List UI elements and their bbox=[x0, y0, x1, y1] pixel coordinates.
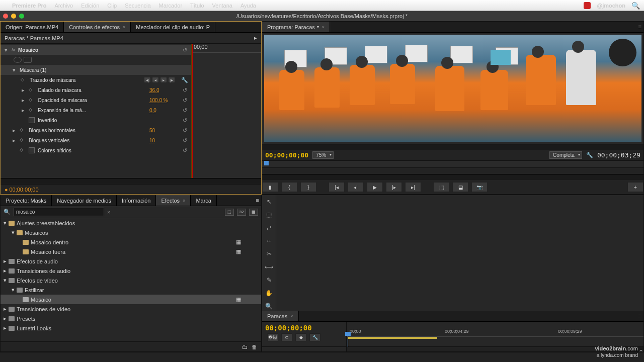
effects-tree[interactable]: ▾Ajustes preestablecidos ▾Mosaicos Mosai… bbox=[1, 218, 261, 341]
mark-out-button[interactable]: { bbox=[281, 182, 297, 192]
menu-marcador[interactable]: Marcador bbox=[159, 3, 182, 9]
tab-markers[interactable]: Marca bbox=[191, 195, 217, 206]
mark-in-button[interactable]: ▮ bbox=[262, 182, 278, 192]
fx-32bit-icon[interactable]: 32 bbox=[237, 209, 246, 216]
preset-mosaico-fuera[interactable]: Mosaico fuera▦ bbox=[1, 247, 261, 256]
step-back-button[interactable]: ◂| bbox=[348, 182, 364, 192]
export-frame-button[interactable]: 📷 bbox=[471, 182, 488, 192]
ellipse-mask-icon[interactable] bbox=[14, 57, 22, 63]
effect-mosaico[interactable]: ▾fx Mosaico ↺ bbox=[1, 45, 191, 55]
tab-program[interactable]: Programa: Paracas ▾× bbox=[262, 22, 330, 32]
wrench-icon[interactable]: 🔧 bbox=[586, 152, 593, 158]
spotlight-icon[interactable]: 🔍 bbox=[631, 2, 640, 10]
timeline-timecode[interactable]: 00;00;00;00 bbox=[265, 324, 343, 332]
extract-button[interactable]: ⬓ bbox=[452, 182, 468, 192]
tab-effects[interactable]: Efectos× bbox=[156, 195, 191, 206]
reset-icon[interactable]: ↺ bbox=[183, 87, 187, 94]
project-path: /Usuarios/newfeatures/Escritorio/Archivo… bbox=[236, 13, 408, 19]
wrench-icon[interactable]: 🔧 bbox=[181, 77, 188, 83]
ripple-tool-icon[interactable]: ⇄ bbox=[265, 223, 274, 232]
new-bin-icon[interactable]: 🗀 bbox=[242, 344, 248, 350]
fx-yuv-icon[interactable]: ▦ bbox=[249, 209, 258, 216]
link-icon[interactable]: ⊂ bbox=[281, 333, 292, 341]
traffic-lights[interactable] bbox=[3, 14, 24, 19]
add-button[interactable]: + bbox=[627, 182, 643, 192]
step-fwd-button[interactable]: |▸ bbox=[386, 182, 402, 192]
close-icon[interactable]: × bbox=[322, 25, 325, 30]
effect-keyframe-area[interactable]: 00;00 bbox=[192, 44, 261, 178]
param-sharp-colors[interactable]: ◇Colores nítidos ↺ bbox=[1, 145, 191, 155]
zoom-tool-icon[interactable]: 🔍 bbox=[265, 302, 274, 311]
menu-ayuda[interactable]: Ayuda bbox=[240, 3, 256, 9]
tab-effect-controls[interactable]: Controles de efectos× bbox=[64, 22, 131, 32]
scrollbar[interactable] bbox=[1, 178, 261, 184]
panel-menu-icon[interactable]: ≡ bbox=[638, 24, 641, 30]
keyframe-nav[interactable]: ◂|◂▸|▸ bbox=[144, 77, 175, 83]
razor-tool-icon[interactable]: ✂ bbox=[265, 249, 274, 258]
app-name[interactable]: Premiere Pro bbox=[12, 3, 46, 9]
close-icon[interactable]: × bbox=[123, 25, 125, 30]
clip-path: Paracas * Paracas.MP4 bbox=[5, 35, 63, 41]
reset-icon[interactable]: ↺ bbox=[183, 47, 187, 53]
effect-mosaico-item[interactable]: Mosaico▦ bbox=[1, 295, 261, 304]
chevron-right-icon[interactable]: ▸ bbox=[254, 35, 257, 41]
record-icon[interactable] bbox=[584, 2, 591, 9]
quality-dropdown[interactable]: Completa bbox=[549, 151, 582, 159]
tab-audio-mixer[interactable]: Mezclador del clip de audio: P bbox=[131, 22, 215, 32]
program-video-viewport[interactable] bbox=[264, 35, 641, 142]
slip-tool-icon[interactable]: ⟷ bbox=[265, 262, 274, 272]
program-time-ruler[interactable] bbox=[262, 161, 643, 168]
menu-titulo[interactable]: Título bbox=[190, 3, 204, 9]
tab-source[interactable]: Origen: Paracas.MP4 bbox=[1, 22, 64, 32]
user-handle[interactable]: @jmochon bbox=[597, 3, 625, 9]
accel-icon: ▦ bbox=[236, 239, 241, 245]
pen-tool-icon[interactable]: ✎ bbox=[265, 276, 274, 285]
search-icon: 🔍 bbox=[4, 209, 11, 215]
menu-clip[interactable]: Clip bbox=[107, 3, 117, 9]
timeline-clips-area[interactable]: ▣ Paracas.MP4 [V] ▣ bbox=[347, 347, 623, 352]
playhead-icon[interactable] bbox=[192, 44, 193, 178]
play-button[interactable]: ▶ bbox=[367, 182, 383, 192]
panel-menu-icon[interactable]: ≡ bbox=[638, 313, 641, 319]
effects-search-input[interactable] bbox=[14, 208, 104, 216]
macos-menubar: Premiere Pro Archivo Edición Clip Secuen… bbox=[0, 0, 644, 11]
panel-menu-icon[interactable]: ≡ bbox=[256, 197, 259, 203]
ec-timecode[interactable]: 00;00;00;00 bbox=[9, 187, 38, 193]
lift-button[interactable]: ⬚ bbox=[433, 182, 449, 192]
menu-ventana[interactable]: Ventana bbox=[212, 3, 232, 9]
status-bar bbox=[0, 352, 644, 362]
settings-icon[interactable]: 🔧 bbox=[309, 333, 320, 341]
program-tc-current[interactable]: 00;00;00;00 bbox=[265, 151, 308, 159]
tab-media-browser[interactable]: Navegador de medios bbox=[52, 195, 117, 206]
marker-icon[interactable]: ◆ bbox=[295, 333, 306, 341]
tab-info[interactable]: Información bbox=[117, 195, 156, 206]
rate-tool-icon[interactable]: ↔ bbox=[265, 236, 274, 245]
zoom-dropdown[interactable]: 75% bbox=[312, 151, 334, 159]
preset-mosaico-dentro[interactable]: Mosaico dentro▦ bbox=[1, 237, 261, 247]
rect-mask-icon[interactable] bbox=[24, 57, 32, 63]
effect-controls-panel: Origen: Paracas.MP4 Controles de efectos… bbox=[0, 21, 262, 195]
menu-archivo[interactable]: Archivo bbox=[54, 3, 73, 9]
mark-clip-button[interactable]: } bbox=[300, 182, 316, 192]
mask-row[interactable]: ▾Máscara (1) bbox=[1, 65, 191, 75]
timeline-ruler[interactable]: 00;00 00;00;04;29 00;00;09;29 bbox=[347, 322, 643, 346]
hand-tool-icon[interactable]: ✋ bbox=[265, 289, 274, 298]
param-inverted[interactable]: Invertido ↺ bbox=[1, 115, 191, 125]
work-area-bar[interactable] bbox=[348, 337, 437, 339]
clear-search-icon[interactable]: × bbox=[107, 209, 110, 215]
scrollbar[interactable] bbox=[262, 144, 643, 150]
menu-edicion[interactable]: Edición bbox=[81, 3, 99, 9]
fx-filter-icon[interactable]: ⬚ bbox=[225, 209, 234, 216]
go-out-button[interactable]: ▸| bbox=[405, 182, 421, 192]
tab-sequence[interactable]: Paracas× bbox=[262, 311, 299, 321]
program-tc-duration: 00;00;03;29 bbox=[597, 151, 640, 159]
selection-tool-icon[interactable]: ↖ bbox=[265, 197, 274, 206]
scrollbar[interactable] bbox=[262, 174, 643, 180]
track-select-tool-icon[interactable]: ⬚ bbox=[265, 210, 274, 219]
go-in-button[interactable]: |◂ bbox=[329, 182, 345, 192]
menu-secuencia[interactable]: Secuencia bbox=[125, 3, 150, 9]
trash-icon[interactable]: 🗑 bbox=[252, 344, 257, 350]
snap-icon[interactable]: �磁 bbox=[267, 333, 278, 341]
tab-project[interactable]: Proyecto: Masks bbox=[1, 195, 52, 206]
window-titlebar: /Usuarios/newfeatures/Escritorio/Archivo… bbox=[0, 11, 644, 21]
